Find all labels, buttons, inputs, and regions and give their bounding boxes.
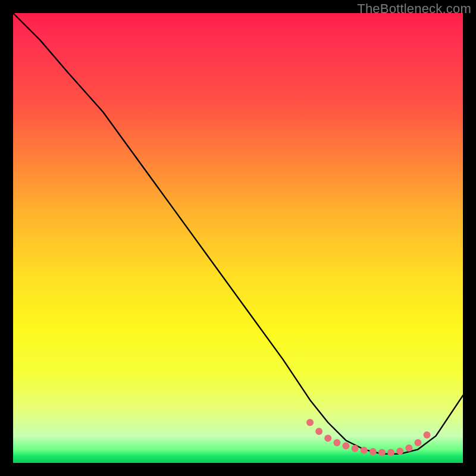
marker-dot bbox=[369, 448, 377, 455]
marker-dot bbox=[324, 434, 331, 441]
marker-dot bbox=[387, 449, 394, 456]
marker-dot bbox=[424, 431, 431, 439]
marker-dot bbox=[414, 439, 421, 446]
marker-dot bbox=[378, 449, 386, 456]
curve-svg bbox=[13, 13, 463, 463]
marker-dot bbox=[333, 439, 340, 446]
marker-dot bbox=[405, 444, 412, 452]
bottleneck-curve bbox=[13, 13, 463, 454]
marker-dot bbox=[342, 442, 349, 449]
chart-frame: TheBottleneck.com bbox=[0, 0, 476, 476]
marker-dot bbox=[315, 428, 322, 435]
marker-dot bbox=[361, 447, 368, 454]
marker-dot bbox=[352, 445, 359, 452]
plot-area bbox=[13, 13, 463, 463]
marker-dot bbox=[396, 447, 403, 455]
marker-dot bbox=[306, 419, 314, 426]
